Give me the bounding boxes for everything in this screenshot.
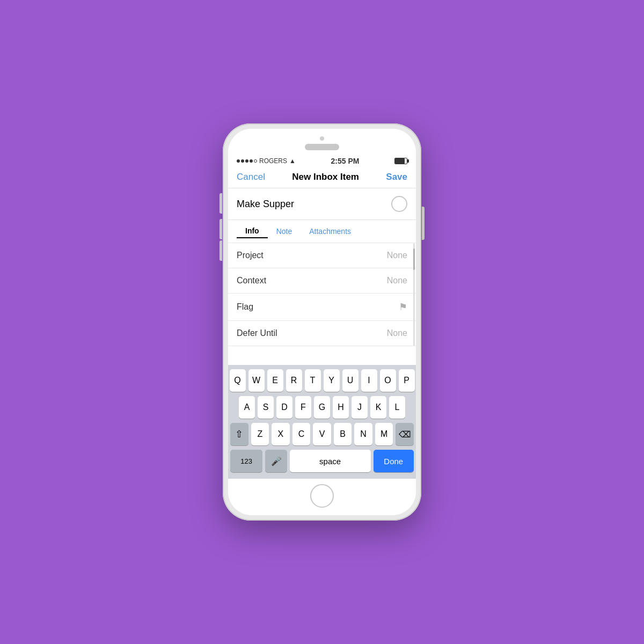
key-f[interactable]: F: [295, 396, 311, 419]
home-button[interactable]: [310, 484, 334, 508]
key-s[interactable]: S: [258, 396, 274, 419]
space-key[interactable]: space: [290, 450, 371, 472]
form-section: Project None Context None Flag ⚑ Defer U…: [228, 243, 416, 365]
key-a[interactable]: A: [239, 396, 255, 419]
phone-device: ROGERS ▲ 2:55 PM Cancel New Inbox Item S…: [223, 123, 421, 521]
key-y[interactable]: Y: [324, 369, 340, 392]
defer-until-label: Defer Until: [237, 328, 277, 338]
flag-row[interactable]: Flag ⚑: [228, 294, 416, 321]
segment-tabs: Info Note Attachments: [228, 220, 416, 243]
complete-checkbox[interactable]: [391, 196, 407, 212]
scrollbar: [413, 243, 415, 346]
home-button-area: [228, 479, 416, 515]
signal-dot-2: [241, 159, 244, 163]
key-d[interactable]: D: [276, 396, 292, 419]
status-bar: ROGERS ▲ 2:55 PM: [228, 155, 416, 167]
key-b[interactable]: B: [334, 423, 352, 445]
save-button[interactable]: Save: [386, 172, 407, 182]
numbers-key[interactable]: 123: [230, 450, 262, 472]
keyboard-row-2: A S D F G H J K L: [230, 396, 414, 419]
keyboard-row-3: ⇧ Z X C V B N M ⌫: [230, 423, 414, 445]
project-value: None: [387, 251, 407, 260]
defer-until-value: None: [387, 328, 407, 338]
mic-key[interactable]: 🎤: [265, 450, 287, 472]
tab-info[interactable]: Info: [237, 224, 268, 238]
key-z[interactable]: Z: [251, 423, 269, 445]
key-m[interactable]: M: [375, 423, 393, 445]
keyboard-row-1: Q W E R T Y U I O P: [230, 369, 414, 392]
key-e[interactable]: E: [267, 369, 283, 392]
battery-icon: [394, 158, 407, 164]
project-row[interactable]: Project None: [228, 243, 416, 268]
signal-dots: [237, 159, 257, 163]
phone-screen: ROGERS ▲ 2:55 PM Cancel New Inbox Item S…: [228, 129, 416, 515]
carrier-label: ROGERS: [259, 157, 287, 165]
context-label: Context: [237, 276, 266, 286]
key-i[interactable]: I: [361, 369, 377, 392]
keyboard: Q W E R T Y U I O P A S D F G H J K: [228, 365, 416, 479]
battery-fill: [395, 158, 405, 164]
signal-dot-3: [245, 159, 248, 163]
key-u[interactable]: U: [342, 369, 358, 392]
backspace-key[interactable]: ⌫: [396, 423, 414, 445]
nav-title: New Inbox Item: [292, 172, 359, 182]
key-w[interactable]: W: [248, 369, 265, 392]
key-l[interactable]: L: [389, 396, 405, 419]
flag-icon: ⚑: [399, 301, 407, 313]
key-x[interactable]: X: [272, 423, 290, 445]
task-title-area: [228, 188, 416, 220]
done-key[interactable]: Done: [374, 450, 414, 472]
signal-dot-5: [254, 159, 257, 163]
flag-label: Flag: [237, 302, 253, 312]
key-h[interactable]: H: [333, 396, 349, 419]
shift-key[interactable]: ⇧: [230, 423, 248, 445]
key-k[interactable]: K: [370, 396, 386, 419]
tab-note[interactable]: Note: [268, 225, 301, 238]
keyboard-row-bottom: 123 🎤 space Done: [230, 450, 414, 472]
tab-attachments[interactable]: Attachments: [301, 225, 360, 238]
scrollbar-thumb: [413, 248, 415, 270]
camera-dot: [320, 136, 324, 141]
key-r[interactable]: R: [286, 369, 302, 392]
phone-top-bezel: [228, 129, 416, 155]
key-g[interactable]: G: [314, 396, 330, 419]
wifi-icon: ▲: [289, 157, 296, 165]
defer-until-row[interactable]: Defer Until None: [228, 321, 416, 346]
key-c[interactable]: C: [292, 423, 311, 445]
speaker-bar: [305, 144, 339, 150]
key-q[interactable]: Q: [230, 369, 246, 392]
key-o[interactable]: O: [380, 369, 396, 392]
key-p[interactable]: P: [399, 369, 415, 392]
context-value: None: [387, 276, 407, 286]
time-display: 2:55 PM: [331, 157, 359, 165]
cancel-button[interactable]: Cancel: [237, 172, 265, 182]
key-n[interactable]: N: [354, 423, 372, 445]
navigation-bar: Cancel New Inbox Item Save: [228, 167, 416, 188]
task-title-input[interactable]: [237, 199, 391, 210]
key-j[interactable]: J: [352, 396, 368, 419]
key-t[interactable]: T: [305, 369, 321, 392]
context-row[interactable]: Context None: [228, 268, 416, 294]
status-left: ROGERS ▲: [237, 157, 296, 165]
project-label: Project: [237, 251, 264, 260]
signal-dot-4: [250, 159, 253, 163]
key-v[interactable]: V: [313, 423, 331, 445]
signal-dot-1: [237, 159, 240, 163]
